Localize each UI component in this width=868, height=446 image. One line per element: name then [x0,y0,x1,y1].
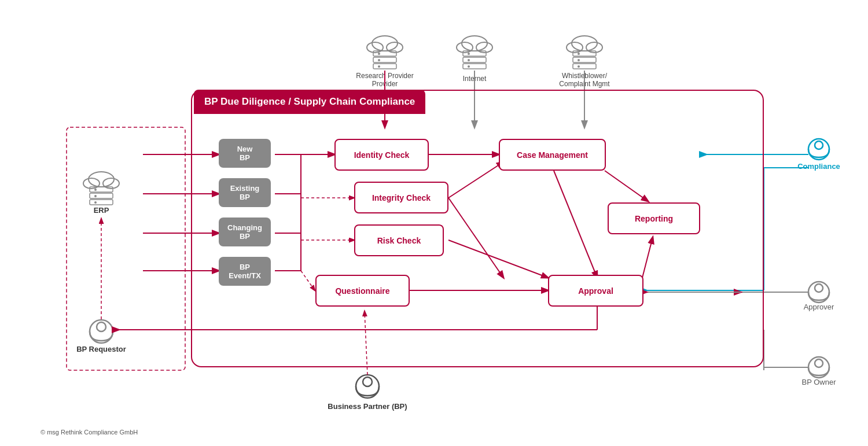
reporting-label: Reporting [635,214,673,223]
bp-owner-person-icon: BP Owner [801,357,836,386]
svg-point-1 [367,42,383,53]
integrity-check-box: Integrity Check [354,182,448,213]
compliance-person-icon: Compliance [797,139,840,171]
svg-point-31 [103,178,119,189]
svg-point-2 [387,42,403,53]
svg-point-8 [378,65,380,68]
svg-rect-32 [90,187,113,192]
svg-point-25 [578,53,580,55]
case-management-label: Case Management [517,150,588,160]
svg-rect-22 [573,51,596,56]
risk-check-label: Risk Check [377,236,421,245]
svg-rect-33 [90,193,113,198]
svg-rect-5 [373,64,396,69]
research-provider-label: Research Provider [356,72,413,80]
event-bp-label: BPEvent/TX [229,263,261,280]
svg-point-10 [462,36,487,51]
svg-point-36 [94,195,97,197]
svg-point-42 [808,357,829,378]
whistleblower-label: Whistleblower/ [562,72,608,80]
whistleblower-icon: Whistleblower/ Complaint Mgmt [559,36,610,88]
bp-requestor-person-icon: BP Requestor [76,320,126,353]
changing-bp-label: ChangingBP [227,223,262,241]
research-provider-icon: Research Provider Provider [356,36,413,88]
integrity-check-label: Integrity Check [372,193,431,202]
erp-label: ERP [94,206,109,215]
svg-point-7 [378,59,380,61]
identity-check-box: Identity Check [334,139,429,171]
svg-point-29 [89,172,114,187]
svg-rect-4 [373,57,396,62]
svg-rect-15 [463,64,486,69]
internet-icon: Internet [457,36,492,83]
questionnaire-label: Questionnaire [335,286,389,296]
title-box: BP Due Diligence / Supply Chain Complian… [194,90,425,114]
event-bp-box: BPEvent/TX [219,257,271,286]
questionnaire-box: Questionnaire [315,275,410,307]
svg-point-38 [808,139,829,160]
svg-rect-23 [573,57,596,62]
svg-rect-24 [573,64,596,69]
svg-point-35 [94,189,97,191]
svg-point-37 [94,201,97,204]
risk-check-box: Risk Check [354,224,444,256]
copyright-text: © msg Rethink Compliance GmbH [41,429,138,436]
approval-label: Approval [578,286,613,296]
svg-point-20 [567,42,583,53]
svg-point-41 [815,284,823,292]
svg-point-0 [372,36,398,51]
svg-point-21 [586,42,602,53]
existing-bp-label: ExistingBP [230,184,260,201]
svg-point-17 [468,59,470,61]
approver-label: Approver [804,303,834,311]
svg-point-43 [815,359,823,367]
svg-point-30 [83,178,100,189]
svg-rect-34 [90,200,113,205]
svg-point-47 [363,377,372,386]
internet-label: Internet [463,75,487,83]
svg-point-11 [457,42,473,53]
svg-rect-13 [463,51,486,56]
svg-rect-3 [373,51,396,56]
bp-requestor-label: BP Requestor [76,345,126,353]
svg-point-16 [468,53,470,55]
svg-point-27 [578,65,580,68]
bp-owner-label: BP Owner [801,378,836,386]
diagram-container: Research Provider Provider Internet [0,0,868,446]
case-management-box: Case Management [499,139,606,171]
new-bp-box: NewBP [219,139,271,168]
existing-bp-box: ExistingBP [219,178,271,207]
svg-point-46 [356,375,379,398]
approver-person-icon: Approver [804,282,834,311]
svg-text:Complaint Mgmt: Complaint Mgmt [559,80,610,88]
title-text: BP Due Diligence / Supply Chain Complian… [204,96,415,107]
svg-point-18 [468,65,470,68]
svg-point-6 [378,53,380,55]
identity-check-label: Identity Check [354,150,410,160]
svg-point-19 [572,36,597,51]
svg-point-44 [90,320,113,343]
svg-point-45 [97,322,106,331]
svg-point-40 [808,282,829,303]
changing-bp-box: ChangingBP [219,218,271,246]
compliance-label: Compliance [797,162,840,171]
svg-point-12 [476,42,492,53]
svg-text:Provider: Provider [372,80,398,88]
business-partner-person-icon: Business Partner (BP) [328,375,407,411]
approval-box: Approval [548,275,643,307]
new-bp-label: NewBP [237,145,253,162]
erp-icon: ERP [83,172,119,215]
svg-point-26 [578,59,580,61]
svg-point-39 [815,141,823,149]
svg-rect-14 [463,57,486,62]
reporting-box: Reporting [608,202,700,234]
erp-dashed-box [67,127,185,370]
business-partner-label: Business Partner (BP) [328,402,407,411]
